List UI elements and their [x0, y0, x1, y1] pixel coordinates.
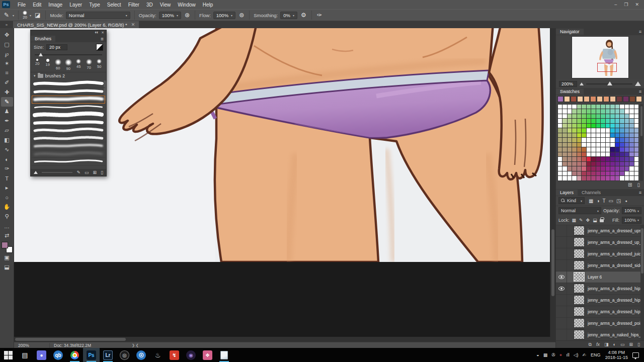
- wheel-swatch[interactable]: [625, 162, 629, 166]
- launcher-app[interactable]: ♨: [149, 348, 166, 362]
- crop-tool-icon[interactable]: ⌗: [1, 68, 13, 78]
- swap-colors-icon[interactable]: ⇄: [1, 231, 13, 240]
- wheel-swatch[interactable]: [596, 119, 600, 123]
- filter-pixel-layers-icon[interactable]: ▦: [589, 198, 593, 204]
- filter-toggle-icon[interactable]: ●: [625, 199, 627, 203]
- wheel-swatch[interactable]: [572, 124, 576, 128]
- layer-opacity-select[interactable]: 100%▾: [622, 207, 641, 214]
- layer-thumbnail[interactable]: [574, 249, 584, 258]
- zoom-tool-icon[interactable]: ⚲: [1, 212, 13, 221]
- wheel-swatch[interactable]: [558, 114, 562, 118]
- tray-volume-icon[interactable]: ◁): [574, 352, 579, 357]
- wheel-swatch[interactable]: [634, 114, 638, 118]
- layer-name[interactable]: Layer 6: [588, 275, 602, 280]
- wheel-swatch[interactable]: [587, 143, 591, 147]
- mail-app[interactable]: ❖: [199, 348, 216, 362]
- navigator-thumbnail[interactable]: [572, 37, 628, 78]
- taskbar-clock[interactable]: 4:08 PM 2018-11-15: [605, 350, 628, 360]
- layer-row[interactable]: jenny_arms_a_naked_hips_shirt: [556, 329, 644, 340]
- wheel-swatch[interactable]: [620, 162, 624, 166]
- layer-visibility-toggle[interactable]: [556, 283, 567, 294]
- layer-visibility-toggle[interactable]: [556, 248, 567, 259]
- wheel-swatch[interactable]: [629, 157, 633, 161]
- quick-selection-tool-icon[interactable]: ✶: [1, 59, 13, 68]
- wheel-swatch[interactable]: [596, 147, 600, 151]
- wheel-swatch[interactable]: [629, 114, 633, 118]
- new-brush-icon[interactable]: ⊞: [93, 170, 97, 175]
- wheel-swatch[interactable]: [568, 119, 572, 123]
- wheel-swatch[interactable]: [601, 152, 605, 156]
- wheel-swatch[interactable]: [634, 105, 638, 109]
- wheel-swatch[interactable]: [610, 171, 614, 175]
- wheel-swatch[interactable]: [572, 157, 576, 161]
- wheel-swatch[interactable]: [606, 157, 610, 161]
- wheel-swatch[interactable]: [601, 171, 605, 175]
- wheel-swatch[interactable]: [568, 133, 572, 137]
- menu-3d[interactable]: 3D: [143, 1, 156, 9]
- wheel-swatch[interactable]: [591, 138, 595, 142]
- color-swatch[interactable]: [636, 96, 642, 102]
- wheel-swatch[interactable]: [568, 147, 572, 151]
- wheel-swatch[interactable]: [562, 138, 567, 142]
- vertical-scrollbar-thumb[interactable]: [551, 229, 554, 296]
- wheel-swatch[interactable]: [582, 152, 586, 156]
- wheel-swatch[interactable]: [568, 157, 572, 161]
- wheel-swatch[interactable]: [625, 114, 629, 118]
- opacity-select[interactable]: 100%▾: [159, 12, 181, 19]
- wheel-swatch[interactable]: [596, 133, 600, 137]
- wheel-swatch[interactable]: [558, 162, 562, 166]
- layer-name[interactable]: jenny_arms_a_dressed_point...: [588, 321, 644, 326]
- layer-name[interactable]: jenny_arms_a_dressed_hips_...: [588, 298, 644, 303]
- layer-thumbnail[interactable]: [574, 261, 584, 269]
- brush-preset-90[interactable]: 90: [63, 59, 74, 71]
- layer-mask-icon[interactable]: ◨: [604, 342, 609, 347]
- color-swatch[interactable]: [584, 96, 590, 102]
- wheel-swatch[interactable]: [587, 162, 591, 166]
- wheel-swatch[interactable]: [587, 105, 591, 109]
- brush-preset-45[interactable]: 45: [73, 59, 84, 71]
- start-button[interactable]: [0, 348, 17, 362]
- layer-row[interactable]: jenny_arms_a_dressed_hips_...: [556, 295, 644, 306]
- wheel-swatch[interactable]: [572, 138, 576, 142]
- wheel-swatch[interactable]: [606, 109, 610, 113]
- wheel-swatch[interactable]: [558, 128, 562, 132]
- wheel-swatch[interactable]: [572, 143, 576, 147]
- wheel-swatch[interactable]: [572, 109, 576, 113]
- delete-brush-icon[interactable]: ▯: [101, 170, 103, 175]
- wheel-swatch[interactable]: [606, 162, 610, 166]
- wheel-swatch[interactable]: [568, 138, 572, 142]
- airbrush-icon[interactable]: ⊚: [238, 12, 245, 19]
- delete-swatch-icon[interactable]: ▯: [637, 182, 640, 188]
- wheel-swatch[interactable]: [620, 143, 624, 147]
- wheel-swatch[interactable]: [582, 124, 586, 128]
- navigator-zoom-slider[interactable]: [586, 83, 632, 84]
- wheel-swatch[interactable]: [615, 128, 619, 132]
- wheel-swatch[interactable]: [601, 162, 605, 166]
- zoom-slider-thumb[interactable]: [607, 81, 612, 85]
- wheel-swatch[interactable]: [634, 109, 638, 113]
- layer-name[interactable]: jenny_arms_a_dressed_up_s...: [588, 240, 644, 245]
- wheel-swatch[interactable]: [615, 138, 619, 142]
- tool-preset-caret-icon[interactable]: ▾: [13, 14, 14, 17]
- wheel-swatch[interactable]: [577, 147, 581, 151]
- task-view-button[interactable]: ▤: [17, 348, 33, 362]
- wheel-swatch[interactable]: [582, 157, 586, 161]
- menu-file[interactable]: File: [14, 1, 29, 9]
- layer-thumbnail[interactable]: [574, 238, 584, 246]
- more-tools-icon[interactable]: …: [1, 221, 13, 231]
- action-center-icon[interactable]: [632, 352, 639, 358]
- status-zoom-level[interactable]: 200%: [14, 343, 49, 348]
- panel-collapse-icon[interactable]: ⏴⏴: [95, 31, 98, 35]
- wheel-swatch[interactable]: [610, 114, 614, 118]
- layer-row[interactable]: jenny_arms_a_dressed_up_s...: [556, 237, 644, 248]
- wheel-swatch[interactable]: [596, 114, 600, 118]
- horizontal-scrollbar-thumb[interactable]: [15, 338, 126, 341]
- wheel-swatch[interactable]: [568, 105, 572, 109]
- slider-thumb[interactable]: [39, 53, 43, 56]
- wheel-swatch[interactable]: [620, 114, 624, 118]
- wheel-swatch[interactable]: [562, 133, 567, 137]
- wheel-swatch[interactable]: [591, 176, 595, 180]
- wheel-swatch[interactable]: [558, 171, 562, 175]
- eraser-tool-icon[interactable]: ▱: [1, 126, 13, 135]
- wheel-swatch[interactable]: [601, 138, 605, 142]
